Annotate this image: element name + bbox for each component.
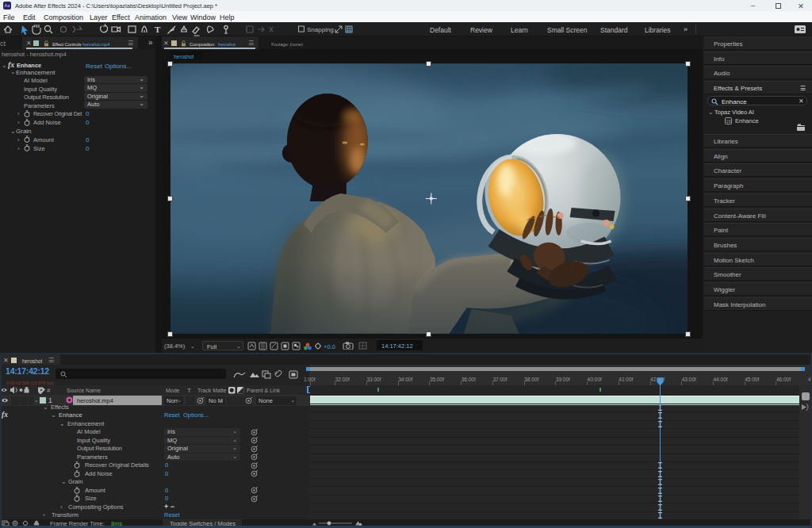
svg-text:T: T (155, 25, 161, 34)
svg-text:16: 16 (726, 119, 731, 124)
